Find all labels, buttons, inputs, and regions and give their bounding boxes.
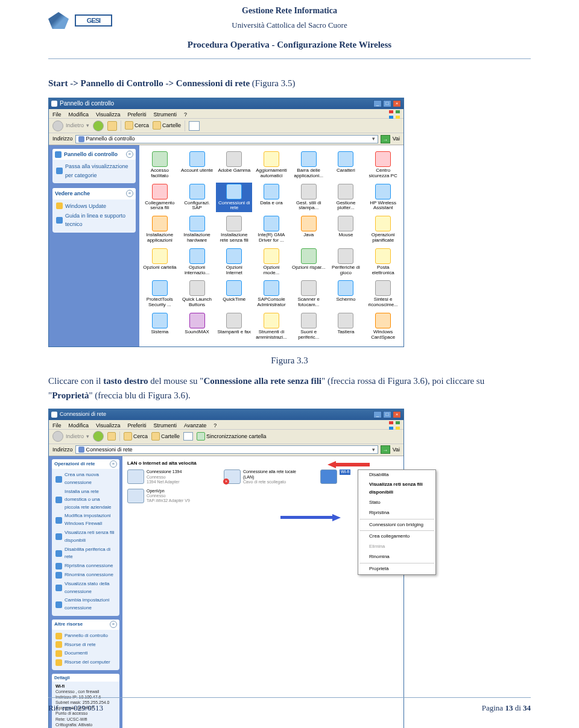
search-button[interactable]: Cerca [124, 432, 148, 441]
control-panel-item[interactable]: SoundMAX [179, 312, 215, 342]
sidebar-link[interactable]: Crea una nuova connessione [55, 471, 116, 487]
control-panel-item[interactable]: Sintesi e riconoscime... [365, 279, 401, 309]
menu-advanced[interactable]: Avanzate [184, 421, 206, 428]
menu-file[interactable]: File [52, 110, 62, 117]
context-menu-item[interactable]: Disabilita [358, 470, 435, 480]
control-panel-item[interactable]: Aggiornamenti automatici [253, 150, 290, 180]
folders-button[interactable]: Cartelle [153, 121, 181, 130]
view-mode-icon[interactable] [189, 121, 200, 131]
sidebar-link[interactable]: Modifica impostazioni Windows Firewall [55, 512, 116, 528]
maximize-button[interactable]: □ [383, 100, 391, 107]
sidebar-link[interactable]: Documenti [55, 650, 116, 657]
collapse-icon[interactable]: « [110, 460, 117, 468]
sidebar-link[interactable]: Installa una rete domestica o una piccol… [55, 488, 116, 511]
control-panel-item[interactable]: QuickTime [216, 279, 252, 309]
control-panel-item[interactable]: Centro sicurezza PC [365, 150, 401, 180]
windows-update-link[interactable]: Windows Update [56, 202, 132, 210]
control-panel-item[interactable]: Installazione applicazioni [142, 215, 178, 245]
control-panel-item[interactable]: Configurazi. SAP [179, 183, 215, 213]
control-panel-item[interactable]: Installazione hardware [179, 215, 215, 245]
control-panel-item[interactable]: Opzioni Internet [216, 247, 252, 277]
menu-file[interactable]: File [52, 421, 62, 428]
menu-favorites[interactable]: Preferiti [127, 421, 146, 428]
control-panel-item[interactable]: Mouse [328, 215, 364, 245]
control-panel-item[interactable]: Gest. stili di stampa... [291, 183, 327, 213]
switch-category-link[interactable]: Passa alla visualizzazione per categorie [56, 162, 132, 180]
control-panel-item[interactable]: Opzioni cartella [142, 247, 178, 277]
go-button[interactable]: → [381, 135, 390, 143]
control-panel-item[interactable]: Inte(R) GMA Driver for ... [253, 215, 290, 245]
control-panel-item[interactable]: Caratteri [328, 150, 364, 180]
control-panel-item[interactable]: Opzioni mode... [253, 247, 290, 277]
help-support-link[interactable]: Guida in linea e supporto tecnico [56, 212, 132, 229]
sidebar-link[interactable]: Pannello di controllo [55, 632, 116, 640]
control-panel-item[interactable]: Java [291, 215, 327, 245]
address-input[interactable]: Connessioni di rete ▾ [75, 445, 378, 454]
control-panel-item[interactable]: ProtectTools Security ... [142, 279, 178, 309]
menu-view[interactable]: Visualizza [96, 110, 120, 117]
control-panel-item[interactable]: Scanner e fotocam... [291, 279, 327, 309]
sidebar-link[interactable]: Cambia impostazioni connessione [55, 597, 116, 612]
nav-back[interactable]: Indietro ▾ [52, 121, 89, 131]
menu-tools[interactable]: Strumenti [153, 110, 177, 117]
minimize-button[interactable]: _ [373, 411, 382, 418]
minimize-button[interactable]: _ [373, 100, 382, 107]
network-connection-item[interactable]: OpenVpnConnessoTAP-Win32 Adapter V9 [127, 489, 206, 504]
address-dropdown-icon[interactable]: ▾ [372, 134, 375, 143]
network-connection-item[interactable]: Connessione 1394Connesso1394 Net Adapter [127, 469, 206, 485]
sidebar-link[interactable]: Risorse di rete [55, 641, 116, 649]
go-button[interactable]: → [381, 445, 390, 454]
control-panel-item[interactable]: Gestione plotter... [328, 183, 364, 213]
sidebar-link[interactable]: Visualizza stato della connessione [55, 580, 116, 596]
control-panel-item[interactable]: Barra delle applicazioni... [291, 150, 327, 180]
sidebar-link[interactable]: Disabilita periferica di rete [55, 546, 116, 562]
control-panel-item[interactable]: Installazione rete senza fili [216, 215, 252, 245]
address-input[interactable]: Pannello di controllo ▾ [75, 135, 378, 143]
menu-edit[interactable]: Modifica [69, 110, 89, 117]
sidebar-link[interactable]: Rinomina connessione [55, 571, 116, 579]
control-panel-item[interactable]: SAPConsole Administrator [253, 279, 290, 309]
control-panel-item[interactable]: Quick Launch Buttons [179, 279, 215, 309]
view-mode-icon[interactable] [183, 432, 193, 441]
context-menu-item[interactable]: Crea collegamento [358, 532, 435, 542]
control-panel-item[interactable]: Operazioni pianificate [365, 215, 401, 245]
control-panel-item[interactable]: Data e ora [253, 183, 290, 213]
close-button[interactable]: × [393, 411, 401, 418]
control-panel-item[interactable]: Opzioni rispar... [291, 247, 327, 277]
menu-help[interactable]: ? [214, 421, 217, 428]
network-connection-item[interactable]: ×Connessione alla rete locale (LAN)Cavo … [224, 469, 302, 485]
control-panel-item[interactable]: Accesso facilitato [142, 150, 178, 180]
control-panel-item[interactable]: HP Wireless Assistant [365, 183, 401, 213]
menu-tools[interactable]: Strumenti [153, 421, 177, 428]
search-button[interactable]: Cerca [125, 121, 149, 130]
nav-forward[interactable] [93, 431, 104, 442]
control-panel-item[interactable]: Opzioni internazio... [179, 247, 215, 277]
close-button[interactable]: × [393, 100, 401, 107]
address-dropdown-icon[interactable]: ▾ [372, 445, 375, 454]
control-panel-item[interactable]: Strumenti di amministrazi... [253, 312, 290, 342]
maximize-button[interactable]: □ [383, 411, 391, 418]
context-menu-item[interactable]: Connessioni con bridging [358, 520, 435, 530]
menu-help[interactable]: ? [184, 110, 187, 117]
control-panel-item[interactable]: Sistema [142, 312, 178, 342]
control-panel-item[interactable]: Schermo [328, 279, 364, 309]
control-panel-item[interactable]: Account utente [179, 150, 215, 180]
sidebar-link[interactable]: Risorse del computer [55, 659, 116, 667]
collapse-icon[interactable]: « [126, 190, 133, 197]
sidebar-link[interactable]: Visualizza reti senza fili disponibili [55, 529, 116, 545]
menu-view[interactable]: Visualizza [96, 421, 120, 428]
menu-favorites[interactable]: Preferiti [127, 110, 146, 117]
context-menu-item[interactable]: Proprietà [358, 564, 435, 574]
menu-edit[interactable]: Modifica [69, 421, 89, 428]
nav-back[interactable]: Indietro ▾ [52, 431, 89, 442]
context-menu-item[interactable]: Visualizza reti senza fili disponibili [358, 480, 435, 498]
control-panel-item[interactable]: Stampanti e fax [216, 312, 252, 342]
nav-up-icon[interactable] [107, 432, 116, 441]
context-menu-item[interactable]: Ripristina [358, 508, 435, 518]
control-panel-item[interactable]: Tastiera [328, 312, 364, 342]
sync-button[interactable]: Sincronizzazione cartella [197, 432, 267, 441]
nav-up-icon[interactable] [107, 121, 117, 131]
sidebar-link[interactable]: Ripristina connessione [55, 562, 116, 570]
context-menu-item[interactable]: Rinomina [358, 552, 435, 562]
control-panel-item[interactable]: Collegamento senza fili [142, 183, 178, 213]
